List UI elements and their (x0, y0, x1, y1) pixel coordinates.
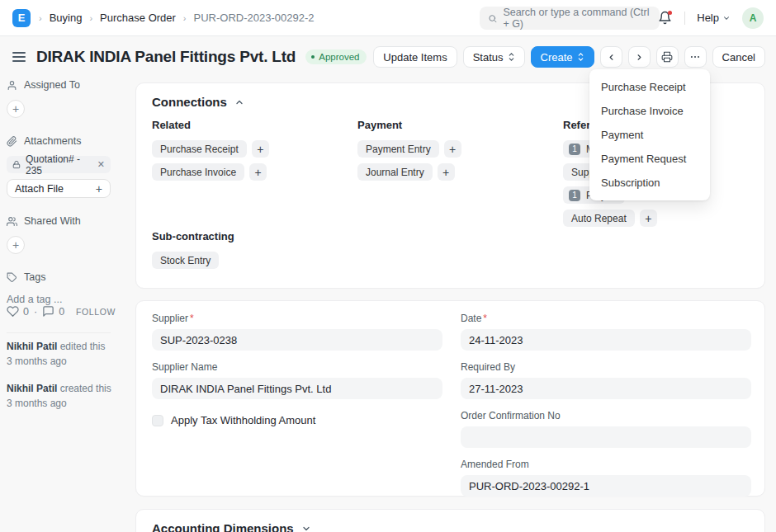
heart-icon[interactable] (7, 305, 19, 318)
new-purchase-invoice-button[interactable]: + (249, 163, 267, 181)
sidebar-toggle-icon[interactable] (12, 52, 26, 62)
payment-entry-link[interactable]: Payment Entry (357, 140, 439, 158)
app-logo-icon[interactable]: E (12, 9, 31, 27)
create-dropdown-button[interactable]: Create (531, 46, 594, 68)
form-right-column: Date* 24-11-2023 Required By 27-11-2023 … (461, 313, 751, 507)
amended-from-input[interactable]: PUR-ORD-2023-00292-1 (461, 475, 751, 497)
tag-icon (7, 272, 17, 283)
order-confirmation-no-label: Order Confirmation No (461, 410, 561, 421)
required-by-input[interactable]: 27-11-2023 (461, 378, 751, 399)
apply-tax-withholding-checkbox[interactable] (152, 415, 163, 426)
page-title: DIRAK INDIA Panel Fittings Pvt. Ltd (36, 48, 296, 66)
menu-item-subscription[interactable]: Subscription (589, 171, 710, 195)
update-items-button[interactable]: Update Items (373, 46, 457, 68)
accounting-dimensions-title: Accounting Dimensions (152, 521, 294, 532)
journal-entry-link[interactable]: Journal Entry (357, 163, 433, 181)
new-purchase-receipt-button[interactable]: + (252, 140, 269, 158)
menu-item-payment-request[interactable]: Payment Request (589, 147, 710, 171)
add-share-button[interactable]: + (7, 236, 25, 254)
chevron-right-icon: › (89, 13, 92, 23)
lock-icon (12, 160, 21, 169)
users-icon (7, 216, 17, 227)
notification-dot (668, 11, 672, 15)
social-row: 0 · 0 FOLLOW (7, 305, 116, 318)
updown-chevron-icon (508, 52, 515, 62)
breadcrumb: › Buying › Purchase Order › PUR-ORD-2023… (39, 12, 314, 24)
supplier-label: Supplier (152, 313, 188, 324)
add-tag-input[interactable]: Add a tag ... (7, 294, 122, 305)
activity-entry: Nikhil Patil edited this 3 months ago (7, 339, 122, 369)
auto-repeat-link[interactable]: Auto Repeat (563, 210, 635, 227)
connections-group-related: Related Purchase Receipt + Purchase Invo… (152, 119, 346, 186)
attachment-item[interactable]: Quotation# - 235 ✕ (7, 156, 111, 173)
accounting-dimensions-card: Accounting Dimensions (135, 509, 765, 532)
new-auto-repeat-button[interactable]: + (640, 210, 657, 227)
chevron-right-icon: › (183, 13, 187, 23)
assigned-to-section: Assigned To (7, 79, 122, 91)
navbar: E › Buying › Purchase Order › PUR-ORD-20… (0, 0, 776, 36)
plus-icon: + (96, 182, 102, 195)
chevron-up-icon[interactable] (234, 97, 244, 107)
chevron-down-icon[interactable] (301, 524, 311, 532)
breadcrumb-purchase-order[interactable]: Purchase Order (100, 12, 176, 24)
add-assignment-button[interactable]: + (7, 100, 25, 118)
attachment-name[interactable]: Quotation# - 235 (26, 153, 92, 177)
notifications-bell-icon[interactable] (658, 11, 673, 26)
activity-time: 3 months ago (7, 396, 122, 411)
menu-item-payment[interactable]: Payment (589, 123, 710, 147)
chevron-down-icon (722, 14, 731, 22)
print-button[interactable] (656, 46, 679, 68)
activity-log: Nikhil Patil edited this 3 months ago Ni… (7, 339, 122, 423)
divider (7, 332, 111, 333)
purchase-receipt-link[interactable]: Purchase Receipt (152, 140, 247, 158)
cancel-button[interactable]: Cancel (712, 46, 765, 68)
required-by-label: Required By (461, 361, 515, 373)
accounting-dimensions-header[interactable]: Accounting Dimensions (152, 521, 311, 532)
apply-tax-withholding-label: Apply Tax Withholding Amount (171, 414, 315, 426)
amended-from-label: Amended From (461, 459, 529, 470)
status-badge: Approved (305, 49, 367, 64)
printer-icon (661, 51, 673, 63)
previous-document-button[interactable] (600, 46, 622, 68)
supplier-name-input[interactable]: DIRAK INDIA Panel Fittings Pvt. Ltd (152, 378, 442, 399)
breadcrumb-document-id[interactable]: PUR-ORD-2023-00292-2 (194, 12, 315, 24)
menu-item-purchase-invoice[interactable]: Purchase Invoice (589, 99, 710, 123)
new-payment-entry-button[interactable]: + (444, 140, 461, 158)
activity-user[interactable]: Nikhil Patil (7, 341, 57, 352)
purchase-invoice-link[interactable]: Purchase Invoice (152, 163, 244, 181)
group-title: Payment (357, 119, 551, 131)
order-confirmation-no-input[interactable] (461, 426, 751, 448)
activity-user[interactable]: Nikhil Patil (7, 383, 57, 394)
remove-attachment-icon[interactable]: ✕ (97, 159, 105, 170)
assigned-to-label: Assigned To (24, 79, 80, 91)
count-badge: 1 (569, 144, 580, 155)
status-dropdown-button[interactable]: Status (463, 46, 525, 68)
connections-section-header[interactable]: Connections (152, 95, 244, 109)
comment-icon[interactable] (42, 305, 54, 318)
new-journal-entry-button[interactable]: + (438, 163, 455, 181)
more-options-button[interactable] (684, 46, 707, 68)
navbar-right: Help A (658, 7, 764, 29)
required-by-field: Required By 27-11-2023 (461, 361, 751, 399)
date-input[interactable]: 24-11-2023 (461, 329, 751, 351)
menu-item-purchase-receipt[interactable]: Purchase Receipt (589, 75, 710, 99)
supplier-input[interactable]: SUP-2023-0238 (152, 329, 442, 351)
global-search-input[interactable]: Search or type a command (Ctrl + G) (480, 7, 660, 30)
help-menu[interactable]: Help (697, 12, 731, 24)
attach-file-button[interactable]: Attach File+ (7, 179, 111, 198)
document-sidebar: Assigned To + Attachments Quotation# - 2… (7, 79, 122, 305)
stock-entry-link[interactable]: Stock Entry (152, 252, 219, 269)
connections-group-subcontracting: Sub-contracting Stock Entry (152, 230, 346, 275)
date-label: Date (461, 313, 481, 324)
follow-button[interactable]: FOLLOW (76, 307, 116, 317)
supplier-name-label: Supplier Name (152, 361, 217, 373)
dot-separator: · (34, 306, 37, 318)
shared-with-section: Shared With (7, 215, 122, 227)
breadcrumb-buying[interactable]: Buying (50, 12, 83, 24)
updown-chevron-icon (577, 52, 584, 62)
link-row: Payment Entry + (357, 140, 551, 158)
next-document-button[interactable] (628, 46, 651, 68)
link-row: Auto Repeat + (563, 210, 757, 227)
link-row: Journal Entry + (357, 163, 551, 181)
avatar[interactable]: A (742, 7, 764, 29)
